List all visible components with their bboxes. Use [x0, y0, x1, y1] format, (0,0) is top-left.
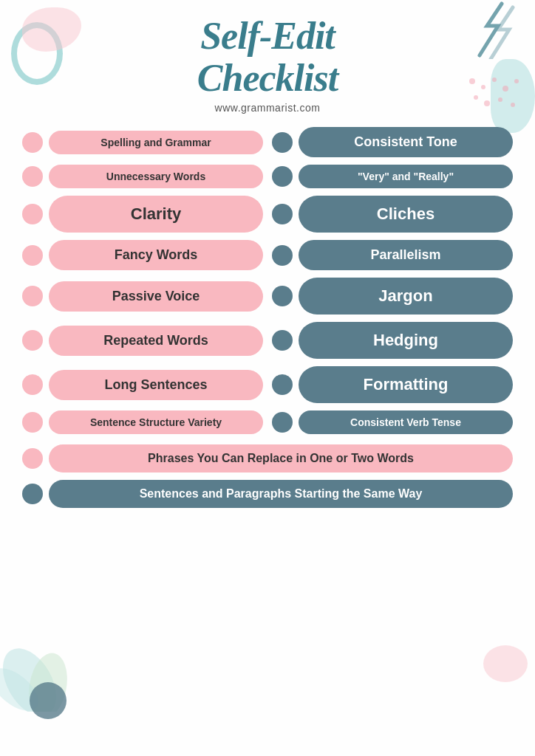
list-item[interactable]: Consistent Verb Tense [272, 410, 513, 434]
item-label[interactable]: Consistent Verb Tense [299, 410, 513, 434]
checkbox-dot-pink[interactable] [22, 330, 43, 351]
title-line1: Self-Edit [15, 15, 520, 57]
header: Self-Edit Checklist www.grammarist.com [15, 7, 520, 117]
checkbox-dot-pink[interactable] [22, 412, 43, 433]
list-item[interactable]: Passive Voice [22, 278, 263, 315]
checkbox-dot-slate[interactable] [272, 245, 293, 266]
checkbox-dot-slate[interactable] [272, 132, 293, 153]
list-item[interactable]: Long Sentences [22, 366, 263, 403]
list-item[interactable]: Parallelism [272, 240, 513, 270]
checkbox-dot-pink[interactable] [22, 286, 43, 306]
bottom-pills: Phrases You Can Replace in One or Two Wo… [15, 444, 520, 508]
list-item[interactable]: Repeated Words [22, 322, 263, 359]
list-item[interactable]: Formatting [272, 366, 513, 403]
list-item[interactable]: Clarity [22, 196, 263, 233]
item-label[interactable]: Consistent Tone [299, 127, 513, 157]
list-item[interactable]: Spelling and Grammar [22, 127, 263, 157]
checkbox-dot-slate[interactable] [272, 412, 293, 433]
item-label[interactable]: Formatting [299, 366, 513, 403]
list-item[interactable]: Sentences and Paragraphs Starting the Sa… [22, 480, 513, 508]
item-label[interactable]: Jargon [299, 278, 513, 315]
checkbox-dot-pink[interactable] [22, 374, 43, 395]
checklist-grid: Spelling and Grammar Consistent Tone Unn… [15, 127, 520, 434]
checkbox-dot-pink[interactable] [22, 204, 43, 224]
list-item[interactable]: Cliches [272, 196, 513, 233]
svg-point-2 [0, 660, 46, 712]
svg-point-1 [24, 650, 72, 712]
list-item[interactable]: Sentence Structure Variety [22, 410, 263, 434]
item-label[interactable]: Hedging [299, 322, 513, 359]
checkbox-dot-slate[interactable] [272, 286, 293, 306]
checkbox-dot-pink[interactable] [22, 245, 43, 266]
item-label[interactable]: Clarity [49, 196, 263, 233]
item-label[interactable]: Passive Voice [49, 281, 263, 312]
checkbox-dot-slate[interactable] [272, 166, 293, 187]
list-item[interactable]: "Very" and "Really" [272, 165, 513, 188]
checkbox-dot-slate[interactable] [272, 374, 293, 395]
list-item[interactable]: Fancy Words [22, 240, 263, 270]
item-label[interactable]: Repeated Words [49, 326, 263, 356]
checkbox-dot-slate[interactable] [22, 484, 43, 504]
item-label[interactable]: Fancy Words [49, 240, 263, 270]
item-label[interactable]: Sentence Structure Variety [49, 410, 263, 434]
item-label[interactable]: "Very" and "Really" [299, 165, 513, 188]
checkbox-dot-pink[interactable] [22, 166, 43, 187]
list-item[interactable]: Jargon [272, 278, 513, 315]
checkbox-dot-pink[interactable] [22, 448, 43, 469]
list-item[interactable]: Unnecessary Words [22, 165, 263, 188]
list-item[interactable]: Consistent Tone [272, 127, 513, 157]
item-label[interactable]: Long Sentences [49, 370, 263, 400]
svg-point-0 [0, 639, 67, 712]
item-label[interactable]: Phrases You Can Replace in One or Two Wo… [49, 444, 513, 472]
checkbox-dot-pink[interactable] [22, 132, 43, 153]
item-label[interactable]: Spelling and Grammar [49, 131, 263, 154]
item-label[interactable]: Sentences and Paragraphs Starting the Sa… [49, 480, 513, 508]
item-label[interactable]: Unnecessary Words [49, 165, 263, 188]
website-url: www.grammarist.com [15, 102, 520, 114]
title-line2: Checklist [15, 57, 520, 99]
item-label[interactable]: Parallelism [299, 240, 513, 270]
checkbox-dot-slate[interactable] [272, 204, 293, 224]
item-label[interactable]: Cliches [299, 196, 513, 233]
list-item[interactable]: Hedging [272, 322, 513, 359]
checkbox-dot-slate[interactable] [272, 330, 293, 351]
list-item[interactable]: Phrases You Can Replace in One or Two Wo… [22, 444, 513, 472]
